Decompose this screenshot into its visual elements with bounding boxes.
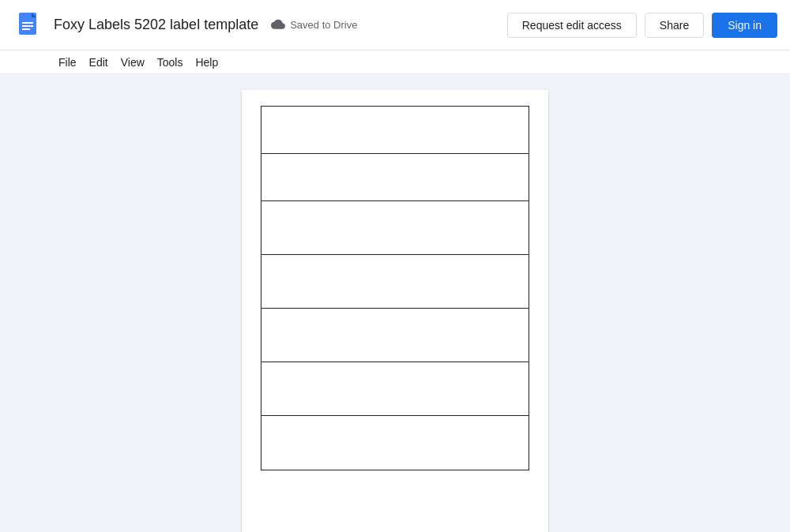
share-button[interactable]: Share (645, 13, 704, 38)
saved-status-text: Saved to Drive (290, 19, 357, 31)
label-row (261, 201, 529, 255)
menu-bar: File Edit View Tools Help (0, 51, 790, 74)
menu-item-help[interactable]: Help (189, 53, 224, 72)
cloud-icon (271, 18, 285, 32)
header-left: Foxy Labels 5202 label template Saved to… (13, 9, 507, 41)
page-container (242, 90, 548, 532)
svg-rect-3 (22, 28, 30, 30)
menu-item-file[interactable]: File (52, 53, 83, 72)
doc-title: Foxy Labels 5202 label template (54, 17, 258, 33)
header: Foxy Labels 5202 label template Saved to… (0, 0, 790, 51)
doc-area (0, 74, 790, 532)
menu-item-edit[interactable]: Edit (83, 53, 115, 72)
menu-item-tools[interactable]: Tools (151, 53, 190, 72)
label-row (261, 255, 529, 309)
signin-button[interactable]: Sign in (712, 13, 777, 38)
label-row (261, 416, 529, 470)
svg-rect-1 (22, 22, 33, 24)
label-row (261, 107, 529, 154)
label-row (261, 154, 529, 201)
app-icon (13, 9, 44, 41)
svg-rect-2 (22, 25, 33, 27)
label-row (261, 362, 529, 416)
request-edit-button[interactable]: Request edit access (507, 13, 637, 38)
header-right: Request edit access Share Sign in (507, 13, 777, 38)
label-grid (261, 106, 529, 470)
saved-status: Saved to Drive (271, 18, 357, 32)
label-row (261, 309, 529, 362)
menu-item-view[interactable]: View (115, 53, 151, 72)
